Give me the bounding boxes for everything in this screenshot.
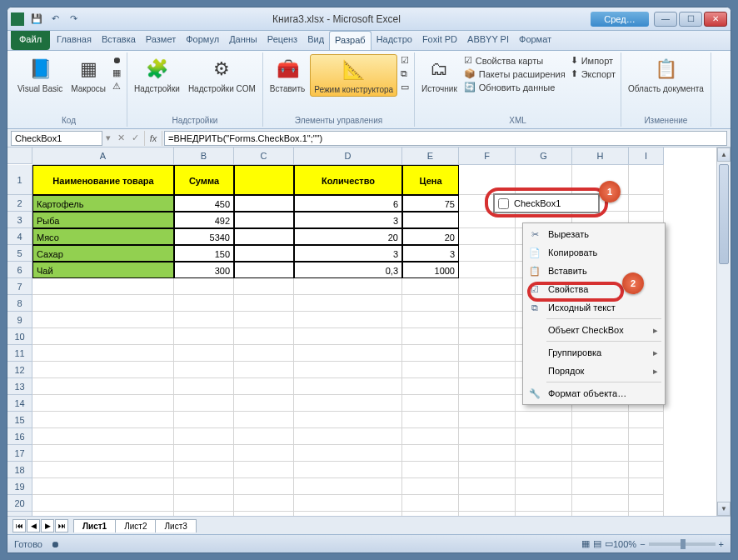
row-header[interactable]: 5 xyxy=(7,245,32,262)
row-header[interactable]: 4 xyxy=(7,228,32,245)
refresh-data-button[interactable]: 🔄 Обновить данные xyxy=(462,81,567,93)
scroll-up-icon[interactable]: ▲ xyxy=(717,148,731,162)
row-header[interactable]: 9 xyxy=(7,312,32,328)
tab-formulas[interactable]: Формул xyxy=(181,31,224,50)
row-header[interactable]: 8 xyxy=(7,295,32,312)
document-panel-button[interactable]: 📋Область документа xyxy=(625,54,707,95)
row-header[interactable]: 1 xyxy=(7,165,32,195)
tab-foxit[interactable]: Foxit PD xyxy=(417,31,462,50)
sheet-nav-last-icon[interactable]: ⏭ xyxy=(55,519,68,532)
maximize-button[interactable]: ☐ xyxy=(679,12,702,27)
col-header[interactable]: I xyxy=(629,148,664,165)
context-menu-item[interactable]: 📄Копировать xyxy=(523,243,665,262)
row-header[interactable]: 20 xyxy=(7,495,32,512)
context-menu-item[interactable]: 🔧Формат объекта… xyxy=(523,384,665,402)
sheet-nav-next-icon[interactable]: ▶ xyxy=(41,519,54,532)
worksheet-grid[interactable]: A B C D E F G H I 1 Наименование товара … xyxy=(7,148,731,516)
macro-security-icon[interactable]: ⚠ xyxy=(111,80,123,92)
macro-record-icon[interactable]: ⏺ xyxy=(51,539,60,549)
properties-icon[interactable]: ☑ xyxy=(399,54,411,67)
row-header[interactable]: 12 xyxy=(7,362,32,378)
sred-button[interactable]: Сред… xyxy=(591,12,649,27)
row-header[interactable]: 3 xyxy=(7,212,32,228)
tab-review[interactable]: Реценз xyxy=(262,31,302,50)
col-header[interactable]: A xyxy=(32,148,174,165)
sheet-nav-first-icon[interactable]: ⏮ xyxy=(12,519,26,532)
qat-save-icon[interactable]: 💾 xyxy=(28,11,45,28)
view-normal-icon[interactable]: ▦ xyxy=(581,538,590,549)
context-menu-item[interactable]: 📋Вставить xyxy=(523,262,665,280)
sheet-tab[interactable]: Лист3 xyxy=(155,519,196,532)
map-properties-button[interactable]: ☑ Свойства карты xyxy=(462,54,567,67)
tab-home[interactable]: Главная xyxy=(52,31,97,50)
formula-input[interactable]: =ВНЕДРИТЬ("Forms.CheckBox.1";"") xyxy=(164,131,727,146)
macros-button[interactable]: ▦Макросы xyxy=(67,54,109,95)
row-header[interactable]: 17 xyxy=(7,445,32,462)
zoom-out-icon[interactable]: − xyxy=(640,539,645,549)
qat-redo-icon[interactable]: ↷ xyxy=(65,11,82,28)
expansion-packs-button[interactable]: 📦 Пакеты расширения xyxy=(462,68,567,80)
sheet-tab[interactable]: Лист1 xyxy=(73,519,116,532)
tab-abbyy[interactable]: ABBYY PI xyxy=(462,31,514,50)
context-menu-item[interactable]: ✂Вырезать xyxy=(523,225,665,243)
close-button[interactable]: ✕ xyxy=(704,12,727,27)
tab-layout[interactable]: Размет xyxy=(141,31,181,50)
col-header[interactable]: G xyxy=(516,148,572,165)
xml-source-button[interactable]: 🗂Источник xyxy=(418,54,461,95)
view-layout-icon[interactable]: ▤ xyxy=(593,538,601,549)
row-header[interactable]: 10 xyxy=(7,328,32,345)
run-dialog-icon[interactable]: ▭ xyxy=(399,81,411,93)
fx-icon[interactable]: fx xyxy=(144,131,162,146)
col-header[interactable]: D xyxy=(294,148,402,165)
context-menu-item[interactable]: Объект CheckBox▸ xyxy=(523,321,665,339)
col-header[interactable]: F xyxy=(459,148,516,165)
vertical-scrollbar[interactable]: ▲ ▼ xyxy=(716,148,731,516)
context-menu-item[interactable]: ⧉Исходный текст xyxy=(523,298,665,317)
relative-refs-icon[interactable]: ▦ xyxy=(111,67,123,79)
checkbox-control[interactable]: CheckBox1 xyxy=(493,193,600,213)
tab-insert[interactable]: Вставка xyxy=(97,31,141,50)
tab-data[interactable]: Данны xyxy=(224,31,262,50)
export-button[interactable]: ⬆ Экспорт xyxy=(569,68,617,80)
design-mode-button[interactable]: 📐Режим конструктора xyxy=(310,54,397,97)
com-addins-button[interactable]: ⚙Надстройки COM xyxy=(185,54,259,95)
row-header[interactable]: 19 xyxy=(7,478,32,495)
scroll-down-icon[interactable]: ▼ xyxy=(717,502,731,516)
addins-button[interactable]: 🧩Надстройки xyxy=(131,54,183,95)
row-header[interactable]: 7 xyxy=(7,278,32,295)
row-header[interactable]: 11 xyxy=(7,345,32,362)
col-header[interactable]: B xyxy=(174,148,234,165)
enter-icon[interactable]: ✓ xyxy=(128,132,142,143)
sheet-nav-prev-icon[interactable]: ◀ xyxy=(27,519,40,532)
visual-basic-button[interactable]: 📘Visual Basic xyxy=(14,54,66,95)
row-header[interactable]: 13 xyxy=(7,378,32,395)
context-menu-item[interactable]: Группировка▸ xyxy=(523,343,665,362)
qat-undo-icon[interactable]: ↶ xyxy=(47,11,63,28)
row-header[interactable]: 2 xyxy=(7,195,32,212)
scroll-thumb[interactable] xyxy=(719,164,729,264)
view-code-icon[interactable]: ⧉ xyxy=(399,68,411,80)
zoom-slider[interactable] xyxy=(649,542,716,546)
namebox-dropdown-icon[interactable]: ▾ xyxy=(106,132,111,143)
tab-format[interactable]: Формат xyxy=(514,31,556,50)
row-header[interactable]: 18 xyxy=(7,462,32,478)
row-header[interactable]: 16 xyxy=(7,428,32,445)
view-pagebreak-icon[interactable]: ▭ xyxy=(605,538,613,549)
sheet-tab[interactable]: Лист2 xyxy=(115,519,156,532)
minimize-button[interactable]: — xyxy=(654,12,677,27)
select-all-corner[interactable] xyxy=(7,148,32,164)
row-header[interactable]: 6 xyxy=(7,262,32,278)
tab-view[interactable]: Вид xyxy=(302,31,329,50)
tab-addins[interactable]: Надстро xyxy=(371,31,417,50)
zoom-in-icon[interactable]: + xyxy=(719,539,724,549)
insert-control-button[interactable]: 🧰Вставить xyxy=(267,54,308,95)
row-header[interactable]: 15 xyxy=(7,412,32,428)
col-header[interactable]: E xyxy=(402,148,459,165)
import-button[interactable]: ⬇ Импорт xyxy=(569,54,617,67)
row-header[interactable]: 21 xyxy=(7,512,32,516)
col-header[interactable]: C xyxy=(234,148,294,165)
tab-developer[interactable]: Разраб xyxy=(329,31,371,50)
checkbox-input[interactable] xyxy=(498,198,509,209)
context-menu-item[interactable]: Порядок▸ xyxy=(523,362,665,380)
row-header[interactable]: 14 xyxy=(7,395,32,412)
